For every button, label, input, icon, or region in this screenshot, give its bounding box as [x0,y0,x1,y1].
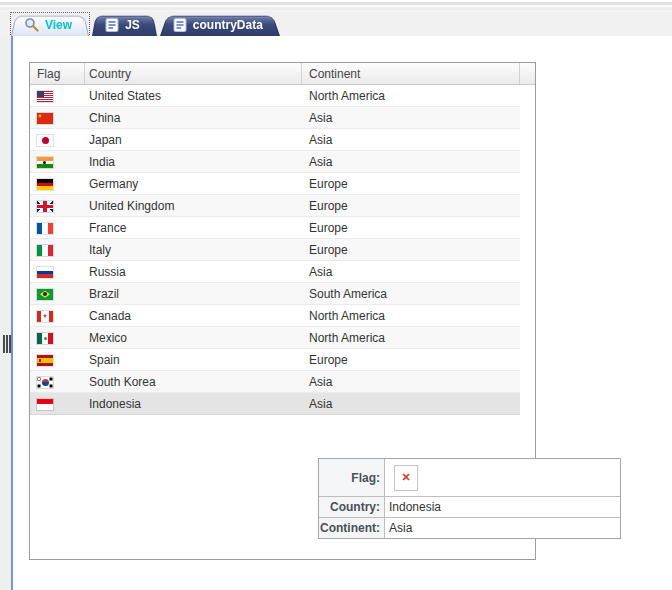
detail-country-label: Country: [319,496,385,517]
country-cell: Japan [85,133,302,147]
tab-view[interactable]: View [11,13,89,36]
continent-cell: Asia [302,265,520,279]
magnifier-icon [24,17,39,32]
continent-cell: Europe [302,199,520,213]
document-icon [105,18,119,32]
continent-cell: Europe [302,177,520,191]
country-cell: Germany [85,177,302,191]
country-flag-icon [37,179,53,190]
table-row[interactable]: Japan Asia [30,129,520,151]
splitter-grip-icon[interactable] [3,335,11,353]
table-row[interactable]: India Asia [30,151,520,173]
country-flag-icon [37,333,53,344]
continent-cell: North America [302,309,520,323]
tab-js[interactable]: JS [92,13,157,36]
country-cell: Spain [85,353,302,367]
table-row[interactable]: United States North America [30,85,520,107]
column-header-flag[interactable]: Flag [30,63,85,84]
country-flag-icon [37,377,53,388]
country-flag-icon [37,201,53,212]
listbox-header: Flag Country Continent [30,63,535,85]
column-header-continent-label: Continent [309,67,360,81]
broken-image-icon: ✕ [394,465,418,491]
selected-country-detail-grid: Flag: ✕ Country: Indonesia Continent: As… [318,458,621,539]
country-cell: Mexico [85,331,302,345]
column-header-country-label: Country [89,67,131,81]
detail-flag-value: ✕ [385,459,620,496]
country-cell: Italy [85,243,302,257]
table-row[interactable]: Spain Europe [30,349,520,371]
country-flag-icon [37,245,53,256]
column-header-continent[interactable]: Continent [302,63,520,84]
detail-continent-value: Asia [385,517,620,538]
table-row[interactable]: China Asia [30,107,520,129]
table-row[interactable]: Mexico North America [30,327,520,349]
country-cell: France [85,221,302,235]
table-row-selected[interactable]: Indonesia Asia [30,393,520,415]
continent-cell: Asia [302,111,520,125]
tab-view-label: View [45,18,72,32]
country-cell: Canada [85,309,302,323]
column-header-flag-label: Flag [37,67,60,81]
country-flag-icon [37,267,53,278]
continent-cell: Asia [302,155,520,169]
continent-cell: Europe [302,221,520,235]
country-flag-icon [37,355,53,366]
continent-cell: Asia [302,397,520,411]
country-cell: South Korea [85,375,302,389]
detail-country-value: Indonesia [385,496,620,517]
table-row[interactable]: Brazil South America [30,283,520,305]
country-cell: India [85,155,302,169]
country-cell: Indonesia [85,397,302,411]
table-row[interactable]: Canada North America [30,305,520,327]
tab-countrydata[interactable]: countryData [160,13,280,36]
country-cell: Brazil [85,287,302,301]
detail-continent-label: Continent: [319,517,385,538]
column-header-country[interactable]: Country [85,63,302,84]
column-header-spacer [520,63,535,84]
table-row[interactable]: Germany Europe [30,173,520,195]
country-flag-icon [37,113,53,124]
continent-cell: Europe [302,353,520,367]
country-cell: United States [85,89,302,103]
country-flag-icon [37,311,53,322]
country-cell: United Kingdom [85,199,302,213]
country-cell: China [85,111,302,125]
country-flag-icon [37,399,53,410]
table-row[interactable]: France Europe [30,217,520,239]
listbox-body: United States North America China Asia J… [30,85,535,415]
top-splitter-bar[interactable] [0,0,672,12]
document-icon [173,18,187,32]
continent-cell: Europe [302,243,520,257]
country-flag-icon [37,157,53,168]
continent-cell: Asia [302,375,520,389]
table-row[interactable]: Russia Asia [30,261,520,283]
left-gutter [0,36,11,590]
country-flag-icon [37,223,53,234]
country-flag-icon [37,289,53,300]
continent-cell: North America [302,89,520,103]
tab-countrydata-label: countryData [193,18,263,32]
tab-js-label: JS [125,18,140,32]
table-row[interactable]: South Korea Asia [30,371,520,393]
country-cell: Russia [85,265,302,279]
detail-flag-label: Flag: [319,459,385,496]
country-flag-icon [37,91,53,102]
country-flag-icon [37,135,53,146]
tab-bar: View JS countryData [0,12,672,36]
app-window: View JS countryData Flag Coun [0,0,672,590]
table-row[interactable]: United Kingdom Europe [30,195,520,217]
table-row[interactable]: Italy Europe [30,239,520,261]
continent-cell: North America [302,331,520,345]
continent-cell: South America [302,287,520,301]
continent-cell: Asia [302,133,520,147]
